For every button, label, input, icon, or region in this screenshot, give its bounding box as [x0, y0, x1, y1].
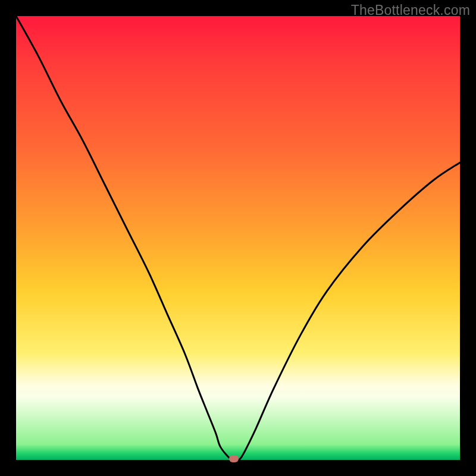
chart-frame: TheBottleneck.com — [0, 0, 476, 476]
bottleneck-curve-path — [16, 16, 460, 461]
plot-area — [16, 16, 460, 460]
curve-svg — [16, 16, 460, 460]
optimal-point-marker — [229, 455, 239, 462]
